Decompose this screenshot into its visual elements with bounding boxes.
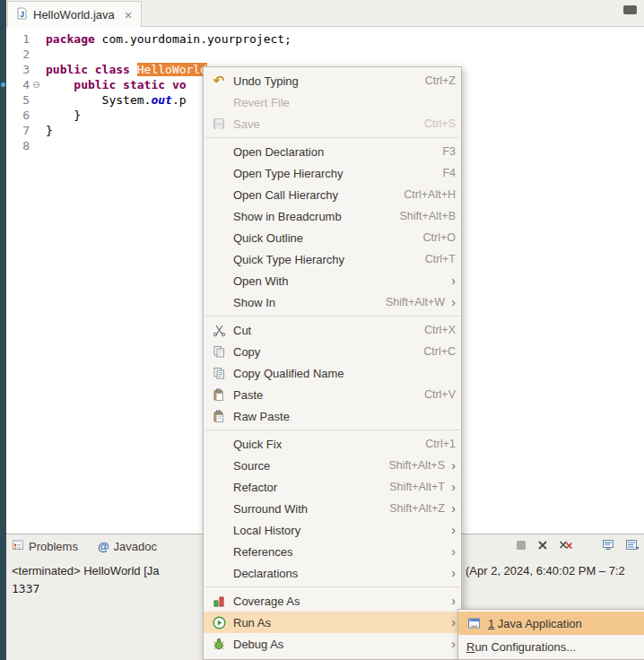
menu-item-open-call-hierarchy[interactable]: Open Call Hierarchy Ctrl+Alt+H: [204, 184, 461, 205]
line-number: 2: [6, 47, 30, 62]
chevron-right-icon: [445, 616, 456, 629]
menu-item-quick-type-hierarchy[interactable]: Quick Type Hierarchy Ctrl+T: [204, 248, 461, 270]
line-number-ruler[interactable]: 1 2 3 4 5 6 7 8: [6, 31, 30, 153]
tab-helloworld-java[interactable]: J HelloWorld.java ×: [7, 1, 142, 27]
menu-item-paste[interactable]: Paste Ctrl+V: [204, 384, 461, 405]
open-console-icon[interactable]: [625, 538, 640, 554]
editor-tab-bar: J HelloWorld.java ×: [6, 0, 644, 27]
menu-item-open-type-hierarchy[interactable]: Open Type Hierarchy F4: [204, 162, 461, 184]
chevron-right-icon: [445, 567, 456, 579]
code-line: package com.yourdomain.yourproject;: [46, 31, 292, 47]
remove-all-launches-icon[interactable]: [559, 538, 573, 554]
menu-separator: [205, 316, 459, 317]
tab-javadoc[interactable]: @ Javadoc: [98, 539, 157, 553]
debug-icon: [210, 637, 228, 651]
terminate-icon[interactable]: [516, 538, 527, 554]
chevron-right-icon: [445, 545, 456, 558]
java-file-icon: J: [16, 7, 28, 22]
chevron-right-icon: [445, 296, 456, 308]
save-icon: [210, 117, 228, 131]
menu-item-debug-as[interactable]: Debug As: [204, 633, 461, 655]
menu-item-show-in-breadcrumb[interactable]: Show in Breadcrumb Shift+Alt+B: [204, 205, 461, 227]
menu-separator: [205, 430, 459, 430]
paste-icon: [210, 387, 228, 402]
menu-item-quick-outline[interactable]: Quick Outline Ctrl+O: [204, 227, 461, 248]
copy-icon: [210, 344, 228, 359]
menu-item-declarations[interactable]: Declarations: [204, 562, 461, 584]
menu-item-revert-file: Revert File: [204, 91, 461, 113]
menu-item-refactor[interactable]: Refactor Shift+Alt+T: [204, 476, 461, 498]
console-status-left: <terminated> HelloWorld [Ja: [12, 564, 160, 578]
menu-item-undo-typing[interactable]: Undo Typing Ctrl+Z: [204, 70, 461, 91]
chevron-right-icon: [445, 274, 456, 287]
submenu-item-run-configurations[interactable]: Run Configurations...: [458, 635, 644, 658]
menu-item-run-as[interactable]: Run As: [204, 612, 461, 633]
console-output: 1337: [12, 582, 39, 595]
submenu-item-label: Run Configurations...: [466, 640, 576, 654]
tab-javadoc-label: Javadoc: [114, 540, 157, 553]
selected-text: HelloWorld: [137, 63, 207, 76]
javadoc-icon: @: [98, 540, 109, 553]
chevron-right-icon: [445, 481, 456, 493]
line-number: 3: [6, 62, 30, 77]
line-number: 6: [6, 108, 30, 123]
console-status-right: (Apr 2, 2024, 6:40:02 PM – 7:2: [466, 564, 625, 578]
menu-item-copy-qualified-name[interactable]: Copy Qualified Name: [204, 362, 461, 384]
window-edge-strip: [0, 0, 6, 660]
chevron-right-icon: [445, 459, 456, 472]
copy-qualified-name-icon: [210, 366, 228, 380]
menu-item-copy[interactable]: Copy Ctrl+C: [204, 341, 461, 362]
menu-separator: [205, 137, 459, 138]
svg-text:J: J: [20, 10, 24, 19]
raw-paste-icon: [210, 409, 228, 423]
submenu-item-label: 1 Java Application: [488, 617, 582, 630]
menu-item-cut[interactable]: Cut Ctrl+X: [204, 319, 461, 341]
menu-item-open-with[interactable]: Open With: [204, 270, 461, 291]
code-line: [46, 47, 292, 62]
overview-marker-dot: [1, 82, 5, 87]
remove-launch-icon[interactable]: [537, 538, 548, 554]
editor-context-menu: Undo Typing Ctrl+Z Revert File Save Ctrl…: [203, 66, 462, 660]
chevron-right-icon: [445, 502, 456, 515]
submenu-item-java-application[interactable]: 1 Java Application: [458, 612, 644, 635]
menu-item-surround-with[interactable]: Surround With Shift+Alt+Z: [204, 498, 461, 519]
chevron-right-icon: [445, 638, 456, 650]
cut-icon: [210, 323, 228, 337]
chevron-right-icon: [445, 595, 456, 607]
problems-icon: [12, 539, 24, 553]
menu-item-references[interactable]: References: [204, 541, 461, 562]
menu-item-source[interactable]: Source Shift+Alt+S: [204, 455, 461, 476]
line-number: 1: [6, 31, 30, 47]
coverage-icon: [210, 594, 228, 608]
menu-item-show-in[interactable]: Show In Shift+Alt+W: [204, 291, 461, 313]
menu-item-quick-fix[interactable]: Quick Fix Ctrl+1: [204, 433, 461, 455]
java-application-icon: [466, 617, 482, 630]
menu-item-local-history[interactable]: Local History: [204, 519, 461, 541]
tab-problems[interactable]: Problems: [12, 539, 78, 553]
tab-problems-label: Problems: [29, 540, 78, 553]
fold-collapse-icon[interactable]: [32, 77, 40, 92]
close-tab-icon[interactable]: ×: [125, 8, 133, 22]
undo-icon: [210, 74, 228, 88]
menu-separator: [205, 586, 459, 587]
menu-item-open-declaration[interactable]: Open Declaration F3: [204, 141, 461, 162]
minimize-view-icon[interactable]: [623, 5, 637, 14]
chevron-right-icon: [445, 524, 456, 536]
line-number: 8: [6, 138, 30, 153]
console-toolbar: [516, 538, 640, 554]
run-as-submenu: 1 Java Application Run Configurations...: [457, 609, 644, 660]
tab-label: HelloWorld.java: [33, 8, 115, 22]
line-number: 5: [6, 92, 30, 108]
line-number: 7: [6, 123, 30, 138]
bottom-view-tabs: Problems @ Javadoc: [12, 539, 157, 553]
menu-item-save: Save Ctrl+S: [204, 113, 461, 135]
run-icon: [210, 615, 228, 630]
menu-item-coverage-as[interactable]: Coverage As: [204, 590, 461, 612]
menu-item-raw-paste[interactable]: Raw Paste: [204, 405, 461, 427]
line-number: 4: [6, 77, 30, 92]
display-selected-console-icon[interactable]: [602, 538, 614, 554]
